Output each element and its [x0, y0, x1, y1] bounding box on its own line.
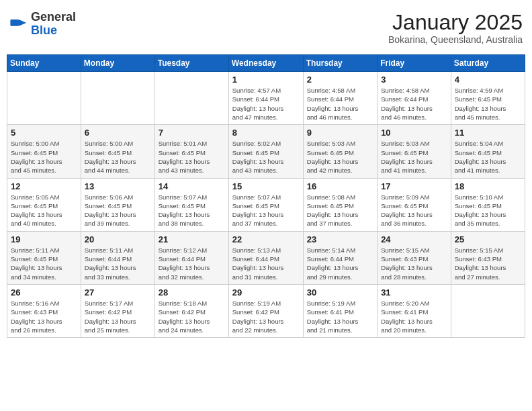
day-info: Sunrise: 5:11 AM Sunset: 6:45 PM Dayligh… [11, 246, 77, 281]
calendar-cell [81, 72, 154, 125]
day-header-friday: Friday [378, 55, 451, 72]
calendar-cell: 13Sunrise: 5:06 AM Sunset: 6:45 PM Dayli… [81, 178, 154, 231]
calendar-header-row: SundayMondayTuesdayWednesdayThursdayFrid… [7, 55, 525, 72]
calendar-cell: 16Sunrise: 5:08 AM Sunset: 6:45 PM Dayli… [303, 178, 377, 231]
calendar-cell: 3Sunrise: 4:58 AM Sunset: 6:44 PM Daylig… [378, 72, 451, 125]
day-number: 26 [11, 287, 77, 298]
calendar-cell: 8Sunrise: 5:02 AM Sunset: 6:45 PM Daylig… [228, 125, 303, 178]
calendar-cell: 20Sunrise: 5:11 AM Sunset: 6:44 PM Dayli… [81, 231, 154, 284]
day-header-wednesday: Wednesday [228, 55, 303, 72]
day-info: Sunrise: 5:17 AM Sunset: 6:42 PM Dayligh… [85, 299, 151, 334]
day-info: Sunrise: 5:11 AM Sunset: 6:44 PM Dayligh… [85, 246, 151, 281]
calendar-cell: 22Sunrise: 5:13 AM Sunset: 6:44 PM Dayli… [228, 231, 303, 284]
day-info: Sunrise: 5:19 AM Sunset: 6:42 PM Dayligh… [232, 299, 300, 334]
logo: General Blue [9, 11, 76, 38]
calendar-cell: 4Sunrise: 4:59 AM Sunset: 6:45 PM Daylig… [451, 72, 525, 125]
calendar-week-3: 12Sunrise: 5:05 AM Sunset: 6:45 PM Dayli… [7, 178, 525, 231]
day-number: 23 [307, 234, 373, 244]
day-number: 9 [307, 128, 373, 138]
day-info: Sunrise: 4:58 AM Sunset: 6:44 PM Dayligh… [381, 86, 447, 122]
day-info: Sunrise: 5:01 AM Sunset: 6:45 PM Dayligh… [159, 139, 225, 175]
day-info: Sunrise: 5:03 AM Sunset: 6:45 PM Dayligh… [307, 139, 373, 175]
day-number: 6 [85, 128, 151, 138]
day-number: 16 [307, 181, 373, 191]
day-number: 31 [381, 287, 447, 298]
day-number: 5 [11, 128, 77, 138]
day-info: Sunrise: 5:07 AM Sunset: 6:45 PM Dayligh… [159, 193, 225, 228]
calendar-cell: 7Sunrise: 5:01 AM Sunset: 6:45 PM Daylig… [154, 125, 228, 178]
calendar-week-5: 26Sunrise: 5:16 AM Sunset: 6:43 PM Dayli… [7, 284, 525, 337]
day-info: Sunrise: 4:59 AM Sunset: 6:45 PM Dayligh… [455, 86, 521, 122]
day-number: 15 [232, 181, 300, 191]
day-info: Sunrise: 5:14 AM Sunset: 6:44 PM Dayligh… [307, 246, 373, 281]
day-number: 8 [232, 128, 300, 138]
day-number: 17 [381, 181, 447, 191]
calendar-week-1: 1Sunrise: 4:57 AM Sunset: 6:44 PM Daylig… [7, 72, 525, 125]
day-number: 14 [159, 181, 225, 191]
calendar-cell: 24Sunrise: 5:15 AM Sunset: 6:43 PM Dayli… [378, 231, 451, 284]
day-info: Sunrise: 5:09 AM Sunset: 6:45 PM Dayligh… [381, 193, 447, 228]
svg-rect-0 [10, 19, 19, 26]
calendar-week-4: 19Sunrise: 5:11 AM Sunset: 6:45 PM Dayli… [7, 231, 525, 284]
calendar-cell: 21Sunrise: 5:12 AM Sunset: 6:44 PM Dayli… [154, 231, 228, 284]
calendar-cell: 25Sunrise: 5:15 AM Sunset: 6:43 PM Dayli… [451, 231, 525, 284]
calendar-cell: 12Sunrise: 5:05 AM Sunset: 6:45 PM Dayli… [7, 178, 81, 231]
day-info: Sunrise: 5:15 AM Sunset: 6:43 PM Dayligh… [381, 246, 447, 281]
day-number: 29 [232, 287, 300, 298]
day-info: Sunrise: 5:10 AM Sunset: 6:45 PM Dayligh… [455, 193, 521, 228]
day-info: Sunrise: 4:57 AM Sunset: 6:44 PM Dayligh… [232, 86, 300, 122]
calendar-cell: 5Sunrise: 5:00 AM Sunset: 6:45 PM Daylig… [7, 125, 81, 178]
day-info: Sunrise: 4:58 AM Sunset: 6:44 PM Dayligh… [307, 86, 373, 122]
day-number: 28 [159, 287, 225, 298]
calendar-cell: 14Sunrise: 5:07 AM Sunset: 6:45 PM Dayli… [154, 178, 228, 231]
calendar-cell: 30Sunrise: 5:19 AM Sunset: 6:41 PM Dayli… [303, 284, 377, 337]
day-info: Sunrise: 5:12 AM Sunset: 6:44 PM Dayligh… [159, 246, 225, 281]
day-info: Sunrise: 5:08 AM Sunset: 6:45 PM Dayligh… [307, 193, 373, 228]
day-number: 22 [232, 234, 300, 244]
day-number: 21 [159, 234, 225, 244]
day-header-thursday: Thursday [303, 55, 377, 72]
day-info: Sunrise: 5:03 AM Sunset: 6:45 PM Dayligh… [381, 139, 447, 175]
day-header-saturday: Saturday [451, 55, 525, 72]
day-number: 25 [455, 234, 521, 244]
day-number: 18 [455, 181, 521, 191]
logo-general: General [31, 10, 76, 24]
logo-icon [9, 15, 28, 34]
calendar-cell: 9Sunrise: 5:03 AM Sunset: 6:45 PM Daylig… [303, 125, 377, 178]
day-number: 11 [455, 128, 521, 138]
page-header: General Blue January 2025 Bokarina, Quee… [7, 7, 525, 49]
day-info: Sunrise: 5:04 AM Sunset: 6:45 PM Dayligh… [455, 139, 521, 175]
day-info: Sunrise: 5:02 AM Sunset: 6:45 PM Dayligh… [232, 139, 300, 175]
day-header-sunday: Sunday [7, 55, 81, 72]
day-number: 7 [159, 128, 225, 138]
day-number: 19 [11, 234, 77, 244]
day-info: Sunrise: 5:05 AM Sunset: 6:45 PM Dayligh… [11, 193, 77, 228]
day-number: 4 [455, 75, 521, 85]
day-number: 20 [85, 234, 151, 244]
location-subtitle: Bokarina, Queensland, Australia [388, 34, 523, 45]
day-number: 27 [85, 287, 151, 298]
calendar-cell: 19Sunrise: 5:11 AM Sunset: 6:45 PM Dayli… [7, 231, 81, 284]
calendar-cell: 18Sunrise: 5:10 AM Sunset: 6:45 PM Dayli… [451, 178, 525, 231]
day-info: Sunrise: 5:00 AM Sunset: 6:45 PM Dayligh… [11, 139, 77, 175]
day-header-tuesday: Tuesday [154, 55, 228, 72]
calendar-cell: 29Sunrise: 5:19 AM Sunset: 6:42 PM Dayli… [228, 284, 303, 337]
calendar-cell: 26Sunrise: 5:16 AM Sunset: 6:43 PM Dayli… [7, 284, 81, 337]
day-info: Sunrise: 5:20 AM Sunset: 6:41 PM Dayligh… [381, 299, 447, 334]
svg-marker-1 [19, 19, 26, 26]
logo-text: General Blue [31, 11, 76, 38]
day-header-monday: Monday [81, 55, 154, 72]
calendar-cell: 2Sunrise: 4:58 AM Sunset: 6:44 PM Daylig… [303, 72, 377, 125]
day-number: 13 [85, 181, 151, 191]
day-info: Sunrise: 5:15 AM Sunset: 6:43 PM Dayligh… [455, 246, 521, 281]
calendar-cell: 1Sunrise: 4:57 AM Sunset: 6:44 PM Daylig… [228, 72, 303, 125]
calendar-cell: 11Sunrise: 5:04 AM Sunset: 6:45 PM Dayli… [451, 125, 525, 178]
calendar-cell [7, 72, 81, 125]
calendar-cell: 27Sunrise: 5:17 AM Sunset: 6:42 PM Dayli… [81, 284, 154, 337]
calendar-week-2: 5Sunrise: 5:00 AM Sunset: 6:45 PM Daylig… [7, 125, 525, 178]
day-number: 12 [11, 181, 77, 191]
day-info: Sunrise: 5:13 AM Sunset: 6:44 PM Dayligh… [232, 246, 300, 281]
logo-blue: Blue [31, 24, 57, 37]
calendar-cell: 31Sunrise: 5:20 AM Sunset: 6:41 PM Dayli… [378, 284, 451, 337]
day-info: Sunrise: 5:00 AM Sunset: 6:45 PM Dayligh… [85, 139, 151, 175]
